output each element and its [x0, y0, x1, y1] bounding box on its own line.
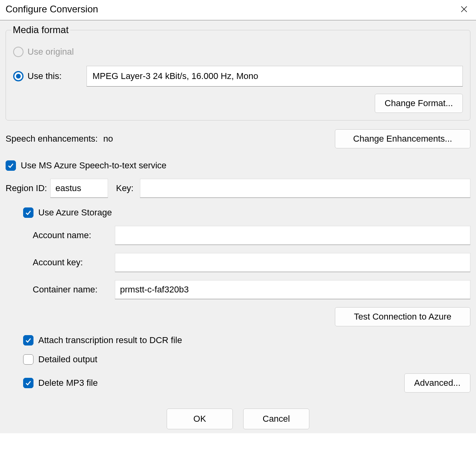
region-id-input[interactable]	[50, 179, 108, 198]
use-azure-storage-row: Use Azure Storage	[23, 207, 470, 218]
advanced-button[interactable]: Advanced...	[404, 373, 470, 393]
attach-transcription-checkbox[interactable]	[23, 335, 33, 345]
account-key-label: Account key:	[33, 257, 115, 268]
close-icon[interactable]	[455, 2, 473, 16]
ok-button[interactable]: OK	[167, 409, 233, 429]
account-name-input[interactable]	[115, 226, 470, 245]
bottom-checks: Attach transcription result to DCR file …	[23, 335, 470, 393]
detailed-output-checkbox[interactable]	[23, 354, 33, 365]
delete-mp3-checkbox[interactable]	[23, 378, 33, 388]
window-title: Configure Conversion	[6, 4, 98, 15]
region-key-row: Region ID: Key:	[6, 179, 470, 198]
key-label: Key:	[116, 183, 134, 193]
use-this-label: Use this:	[28, 71, 71, 81]
account-name-row: Account name:	[23, 226, 470, 245]
media-format-legend: Media format	[11, 24, 70, 36]
test-connection-button[interactable]: Test Connection to Azure	[335, 307, 470, 326]
speech-enhancements-row: Speech enhancements: no Change Enhanceme…	[6, 129, 470, 148]
delete-advanced-row: Delete MP3 file Advanced...	[23, 373, 470, 393]
delete-mp3-row: Delete MP3 file	[23, 378, 98, 388]
speech-enhancements-value: no	[103, 134, 113, 144]
detailed-output-row: Detailed output	[23, 354, 470, 365]
use-original-label: Use original	[28, 47, 74, 57]
use-original-radio	[13, 47, 24, 57]
azure-storage-block: Use Azure Storage Account name: Account …	[23, 207, 470, 393]
use-this-radio[interactable]	[13, 71, 24, 81]
titlebar: Configure Conversion	[0, 0, 476, 20]
container-name-input[interactable]	[115, 280, 470, 299]
cancel-button[interactable]: Cancel	[243, 409, 309, 429]
container-name-row: Container name:	[23, 280, 470, 299]
key-input[interactable]	[140, 179, 470, 198]
attach-transcription-label: Attach transcription result to DCR file	[38, 335, 182, 345]
use-azure-stt-checkbox[interactable]	[6, 160, 16, 171]
speech-enhancements-text: Speech enhancements: no	[6, 134, 113, 144]
container-name-label: Container name:	[33, 284, 115, 295]
use-azure-storage-label: Use Azure Storage	[38, 207, 112, 218]
account-name-label: Account name:	[33, 230, 115, 241]
change-enhancements-button[interactable]: Change Enhancements...	[335, 129, 470, 148]
region-id-label: Region ID:	[6, 183, 47, 193]
use-azure-stt-row: Use MS Azure Speech-to-text service	[6, 160, 470, 171]
use-azure-storage-checkbox[interactable]	[23, 207, 33, 218]
format-display[interactable]: MPEG Layer-3 24 kBit/s, 16.000 Hz, Mono	[87, 66, 463, 87]
change-format-button[interactable]: Change Format...	[375, 94, 463, 113]
account-key-row: Account key:	[23, 253, 470, 272]
use-this-row: Use this: MPEG Layer-3 24 kBit/s, 16.000…	[13, 66, 463, 87]
account-key-input[interactable]	[115, 253, 470, 272]
media-format-group: Media format Use original Use this: MPEG…	[6, 24, 470, 120]
dialog-footer: OK Cancel	[6, 409, 470, 429]
use-original-row: Use original	[13, 47, 463, 57]
dialog-content: Media format Use original Use this: MPEG…	[0, 20, 476, 433]
attach-transcription-row: Attach transcription result to DCR file	[23, 335, 470, 345]
speech-enhancements-label: Speech enhancements:	[6, 134, 98, 144]
use-azure-stt-label: Use MS Azure Speech-to-text service	[21, 160, 167, 171]
detailed-output-label: Detailed output	[38, 354, 97, 365]
delete-mp3-label: Delete MP3 file	[38, 378, 98, 388]
